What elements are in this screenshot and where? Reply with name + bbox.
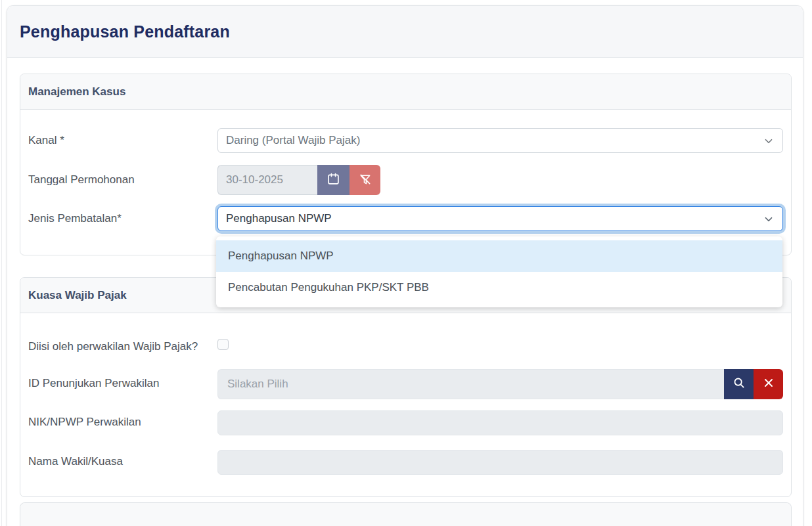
jenis-pembatalan-dropdown-panel: Penghapusan NPWP Pencabutan Pengukuhan P… [216, 236, 782, 307]
id-penunjukan-row: ID Penunjukan Perwakilan [28, 369, 783, 399]
page: Penghapusan Pendaftaran Manajemen Kasus … [0, 0, 812, 526]
nama-wakil-field [217, 450, 783, 475]
kanal-row: Kanal * Daring (Portal Wajib Pajak) [28, 128, 783, 153]
kanal-select-value: Daring (Portal Wajib Pajak) [226, 134, 360, 147]
perwakilan-checkbox-label: Diisi oleh perwakilan Wajib Pajak? [28, 337, 217, 357]
perwakilan-checkbox[interactable] [217, 339, 229, 350]
nama-wakil-input [217, 450, 783, 475]
dropdown-option-pencabutan-pkp-skt-pbb[interactable]: Pencabutan Pengukuhan PKP/SKT PBB [216, 272, 782, 303]
tanggal-input-group [217, 165, 783, 195]
card-title-bar: Penghapusan Pendaftaran [7, 6, 803, 58]
tanggal-permohonan-label: Tanggal Permohonan [28, 172, 217, 188]
card-body: Manajemen Kasus Kanal * Daring (Portal W… [7, 58, 803, 526]
nik-npwp-row: NIK/NPWP Perwakilan [28, 410, 783, 435]
chevron-down-icon [763, 213, 775, 225]
panel-manajemen-kasus-header: Manajemen Kasus [20, 74, 791, 110]
id-penunjukan-field [217, 369, 783, 399]
calendar-icon [327, 172, 340, 188]
panel-next-section-header [20, 503, 791, 526]
jenis-pembatalan-select[interactable]: Penghapusan NPWP [217, 206, 783, 231]
tanggal-permohonan-input [217, 165, 317, 195]
jenis-pembatalan-row: Jenis Pembatalan* Penghapusan NPWP Pengh… [28, 206, 783, 231]
id-penunjukan-label: ID Penunjukan Perwakilan [28, 376, 217, 392]
jenis-pembatalan-label: Jenis Pembatalan* [28, 211, 217, 227]
nik-npwp-input [217, 410, 783, 435]
tanggal-permohonan-row: Tanggal Permohonan [28, 165, 783, 195]
page-title: Penghapusan Pendaftaran [20, 22, 230, 41]
perwakilan-checkbox-row: Diisi oleh perwakilan Wajib Pajak? [28, 337, 783, 357]
penghapusan-pendaftaran-card: Penghapusan Pendaftaran Manajemen Kasus … [7, 5, 803, 526]
panel-manajemen-kasus-body: Kanal * Daring (Portal Wajib Pajak) Tang [20, 110, 791, 255]
panel-manajemen-kasus: Manajemen Kasus Kanal * Daring (Portal W… [20, 74, 792, 255]
content-left-divider [1, 0, 2, 526]
kanal-label: Kanal * [28, 133, 217, 149]
kanal-field: Daring (Portal Wajib Pajak) [217, 128, 783, 153]
search-perwakilan-button[interactable] [724, 369, 754, 399]
tanggal-permohonan-field [217, 165, 783, 195]
panel-next-section [20, 502, 792, 526]
id-penunjukan-input [217, 369, 724, 399]
perwakilan-checkbox-field [217, 337, 783, 350]
calendar-picker-button[interactable] [317, 165, 350, 195]
clear-date-filter-button[interactable] [350, 165, 380, 195]
nama-wakil-row: Nama Wakil/Kuasa [28, 450, 783, 475]
nama-wakil-label: Nama Wakil/Kuasa [28, 454, 217, 470]
jenis-pembatalan-select-value: Penghapusan NPWP [226, 212, 332, 225]
id-penunjukan-input-group [217, 369, 783, 399]
chevron-down-icon [763, 135, 775, 147]
clear-perwakilan-button[interactable] [754, 369, 783, 399]
kanal-select[interactable]: Daring (Portal Wajib Pajak) [217, 128, 783, 153]
nik-npwp-field [217, 410, 783, 435]
jenis-pembatalan-field: Penghapusan NPWP Penghapusan NPWP Pencab… [217, 206, 783, 231]
x-icon [762, 376, 775, 391]
nik-npwp-label: NIK/NPWP Perwakilan [28, 414, 217, 431]
panel-kuasa-wajib-pajak: Kuasa Wajib Pajak Diisi oleh perwakilan … [20, 277, 792, 497]
search-icon [732, 376, 746, 392]
dropdown-option-penghapusan-npwp[interactable]: Penghapusan NPWP [216, 240, 782, 272]
panel-kuasa-wajib-pajak-body: Diisi oleh perwakilan Wajib Pajak? ID Pe… [20, 313, 791, 496]
filter-slash-icon [359, 173, 372, 188]
